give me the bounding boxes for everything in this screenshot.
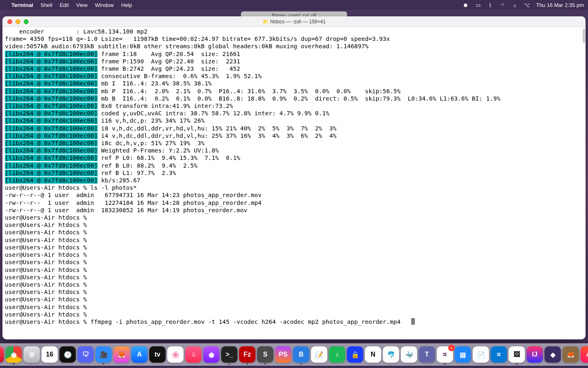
dock-app-textedit[interactable]: 📝: [311, 346, 327, 363]
dock-app-terminal[interactable]: >_: [221, 346, 238, 363]
dock-app-gimp[interactable]: 🦊: [563, 346, 579, 363]
battery-icon[interactable]: ▭: [475, 2, 481, 8]
dock-app-podcasts[interactable]: ◉: [203, 346, 220, 363]
dock-app-opera[interactable]: O: [0, 346, 4, 363]
dock-app-docker[interactable]: 🐳: [401, 346, 417, 363]
menu-help[interactable]: Help: [121, 2, 132, 8]
dock-app-notes[interactable]: 📄: [473, 346, 489, 363]
dock-app-spotify[interactable]: ♪: [329, 346, 345, 363]
dock-app-clock[interactable]: 🕑: [60, 346, 76, 363]
dock-app-photos[interactable]: 🌸: [167, 346, 184, 363]
dock-app-filezilla[interactable]: Fz: [239, 346, 256, 363]
dock: 😀🧭✉︎76💬📹O◉⚙︎16🕑🗨🎥🦊Atv🌸♫◉>_FzSPSB📝♪🔒N🐬🐳T⌗…: [0, 343, 588, 366]
dock-app-app-store[interactable]: A: [131, 346, 148, 363]
dock-app-phpstorm[interactable]: PS: [275, 346, 292, 363]
bluetooth-icon[interactable]: ᛒ: [487, 2, 494, 8]
menu-edit[interactable]: Edit: [60, 2, 69, 8]
folder-icon: 📁: [263, 19, 269, 25]
dock-app-notion[interactable]: N: [365, 346, 381, 363]
terminal-body[interactable]: encoder : Lavc58.134.100 mp2 frame= 4350…: [2, 27, 586, 339]
dock-app-1password[interactable]: 🔒: [347, 346, 363, 363]
spotlight-search-icon[interactable]: ⌕: [512, 2, 518, 8]
wifi-icon[interactable]: ⌔: [499, 2, 506, 8]
terminal-output[interactable]: encoder : Lavc58.134.100 mp2 frame= 4350…: [5, 28, 584, 325]
terminal-window: 📁 htdocs — -zsh — 158×41 encoder : Lavc5…: [2, 16, 586, 339]
app-name[interactable]: Terminal: [11, 2, 33, 8]
dock-app-discord[interactable]: 🗨: [78, 346, 94, 363]
dock-app-preview[interactable]: 🖼: [509, 346, 525, 363]
dock-app-sublime[interactable]: S: [257, 346, 274, 363]
dock-app-keynote[interactable]: ▤: [455, 346, 471, 363]
dock-app-system-settings[interactable]: ⚙︎: [24, 346, 40, 363]
control-center-icon[interactable]: ⌥: [524, 2, 530, 8]
dock-app-firefox[interactable]: 🦊: [114, 346, 130, 363]
dock-app-adobe[interactable]: A: [581, 346, 588, 363]
dock-app-intellij[interactable]: IJ: [527, 346, 543, 363]
menu-shell[interactable]: Shell: [40, 2, 52, 8]
dock-app-vscode[interactable]: ⌗: [491, 346, 507, 363]
dock-app-zoom[interactable]: 🎥: [96, 346, 112, 363]
dock-app-chrome[interactable]: ◉: [6, 346, 22, 363]
window-titlebar[interactable]: 📁 htdocs — -zsh — 158×41: [2, 16, 586, 27]
dock-app-tv[interactable]: tv: [149, 346, 166, 363]
dock-app-teams[interactable]: T: [419, 346, 435, 363]
dock-app-music[interactable]: ♫: [185, 346, 202, 363]
dock-app-obsidian[interactable]: ◆: [545, 346, 561, 363]
menubar: Terminal Shell Edit View Window Help ⏺ ▭…: [0, 0, 588, 10]
screen-record-icon[interactable]: ⏺: [463, 2, 469, 8]
menu-window[interactable]: Window: [95, 2, 114, 8]
dock-app-slack[interactable]: ⌗•: [437, 346, 453, 363]
scrollbar[interactable]: [583, 29, 585, 43]
dock-app-brackets[interactable]: B: [293, 346, 310, 363]
dock-app-mysqlworkbench[interactable]: 🐬: [383, 346, 399, 363]
menu-view[interactable]: View: [76, 2, 88, 8]
menubar-clock[interactable]: Thu 16 Mar 2:35 pm: [536, 2, 584, 8]
dock-app-calendar[interactable]: 16: [42, 346, 58, 363]
window-title: htdocs — -zsh — 158×41: [270, 19, 326, 25]
